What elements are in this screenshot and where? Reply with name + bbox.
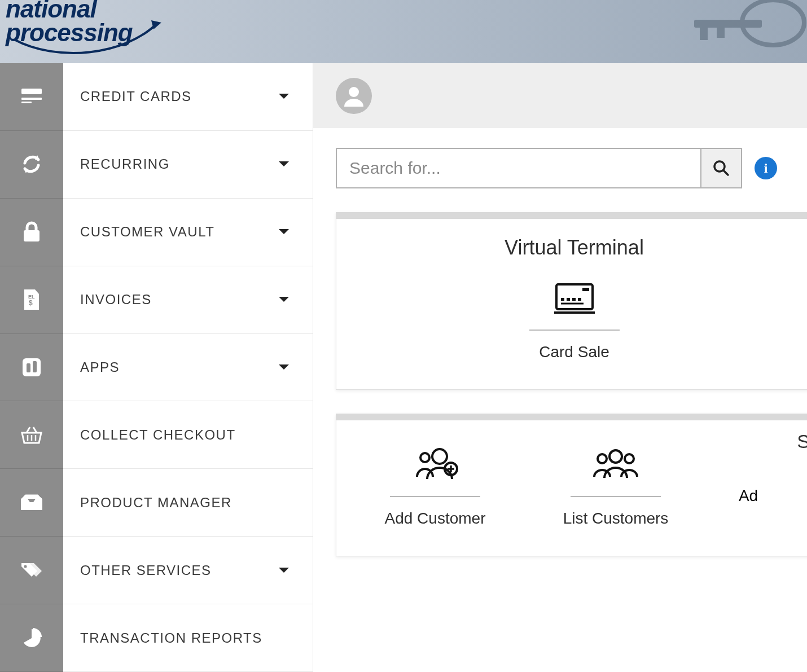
svg-rect-11 <box>27 363 30 372</box>
search-wrap <box>336 148 742 188</box>
rail-icon-customer-vault[interactable] <box>0 199 63 266</box>
rail-icon-product-manager[interactable] <box>0 469 63 537</box>
app-header: national processing <box>0 0 807 63</box>
svg-rect-7 <box>24 230 40 241</box>
profile-bar <box>313 63 807 128</box>
tile-cutoff[interactable]: Ad <box>731 443 765 528</box>
rail-icon-other-services[interactable] <box>0 537 63 604</box>
rail-icon-apps[interactable] <box>0 334 63 402</box>
nav-label: APPS <box>80 359 120 375</box>
svg-rect-24 <box>572 298 576 301</box>
panel-title: Virtual Terminal <box>336 236 807 260</box>
search-button[interactable] <box>700 149 741 187</box>
box-icon <box>20 493 43 512</box>
nav-item-recurring[interactable]: RECURRING <box>63 131 313 199</box>
nav-item-apps[interactable]: APPS <box>63 334 313 402</box>
svg-rect-23 <box>567 298 570 301</box>
nav-item-customer-vault[interactable]: CUSTOMER VAULT <box>63 199 313 266</box>
refresh-icon <box>20 153 43 175</box>
tile-add-customer[interactable]: Add Customer <box>370 443 500 528</box>
chevron-down-icon <box>278 160 290 168</box>
nav-label: CREDIT CARDS <box>80 89 192 104</box>
rail-icon-transaction-reports[interactable] <box>0 604 63 672</box>
nav-item-product-manager[interactable]: PRODUCT MANAGER <box>63 469 313 537</box>
avatar[interactable] <box>336 78 372 114</box>
svg-point-29 <box>432 449 447 464</box>
svg-rect-2 <box>700 28 708 40</box>
card-swipe-icon <box>552 276 597 320</box>
tags-icon <box>19 561 44 580</box>
svg-point-17 <box>349 87 359 97</box>
nav-column: CREDIT CARDS RECURRING CUSTOMER VAULT IN… <box>63 63 313 672</box>
panel-customers: S <box>336 414 807 556</box>
nav-item-other-services[interactable]: OTHER SERVICES <box>63 537 313 604</box>
nav-item-transaction-reports[interactable]: TRANSACTION REPORTS <box>63 604 313 672</box>
tile-label: Add Customer <box>385 510 486 528</box>
svg-rect-4 <box>21 89 42 94</box>
person-icon <box>341 83 367 109</box>
nav-item-collect-checkout[interactable]: COLLECT CHECKOUT <box>63 401 313 469</box>
chevron-down-icon <box>278 566 290 574</box>
nav-label: OTHER SERVICES <box>80 563 212 578</box>
nav-label: COLLECT CHECKOUT <box>80 427 236 443</box>
svg-point-28 <box>420 453 429 462</box>
svg-rect-6 <box>21 102 32 103</box>
search-input[interactable] <box>337 149 700 187</box>
pie-chart-icon <box>21 627 42 649</box>
chevron-down-icon <box>278 93 290 100</box>
svg-point-35 <box>625 454 634 463</box>
tile-divider <box>529 330 620 331</box>
panel-title-fragment: S <box>797 431 807 453</box>
svg-rect-10 <box>23 358 41 376</box>
nav-label: INVOICES <box>80 292 152 308</box>
svg-rect-1 <box>694 20 762 28</box>
nav-label: PRODUCT MANAGER <box>80 495 232 511</box>
nav-label: RECURRING <box>80 156 170 172</box>
panel-virtual-terminal: Virtual Terminal <box>336 212 807 390</box>
brand-line2: processing <box>6 21 133 45</box>
tile-label-fragment: Ad <box>739 487 758 505</box>
brand-line1: national <box>6 0 133 21</box>
rail-icon-collect-checkout[interactable] <box>0 401 63 469</box>
tile-label: List Customers <box>563 510 669 528</box>
rail-icon-invoices[interactable]: EL $ <box>0 266 63 334</box>
info-icon[interactable]: i <box>755 157 777 179</box>
brand-logo: national processing <box>6 0 133 45</box>
svg-rect-12 <box>33 361 37 372</box>
svg-rect-21 <box>582 288 589 291</box>
chevron-down-icon <box>278 296 290 304</box>
nav-label: CUSTOMER VAULT <box>80 224 214 240</box>
apps-icon <box>22 358 41 377</box>
content-area: i Virtual Terminal <box>313 63 807 672</box>
key-decor-icon <box>660 0 807 63</box>
basket-icon <box>20 425 43 445</box>
add-customer-icon <box>407 443 463 487</box>
tile-card-sale[interactable]: Card Sale <box>510 276 639 361</box>
chevron-down-icon <box>278 228 290 236</box>
invoice-icon: EL $ <box>23 288 41 311</box>
search-row: i <box>336 148 807 188</box>
svg-rect-3 <box>717 28 725 38</box>
svg-rect-22 <box>561 298 564 301</box>
svg-rect-25 <box>578 298 581 301</box>
rail-icon-credit-cards[interactable] <box>0 63 63 131</box>
list-customers-icon <box>586 443 645 487</box>
svg-rect-5 <box>21 98 42 100</box>
nav-label: TRANSACTION REPORTS <box>80 630 262 646</box>
svg-text:$: $ <box>29 299 33 307</box>
tile-label: Card Sale <box>539 343 609 361</box>
search-icon <box>712 159 730 177</box>
icon-rail: EL $ <box>0 63 63 672</box>
tile-list-customers[interactable]: List Customers <box>551 443 681 528</box>
lock-icon <box>22 221 41 243</box>
nav-item-invoices[interactable]: INVOICES <box>63 266 313 334</box>
rail-icon-recurring[interactable] <box>0 131 63 199</box>
nav-item-credit-cards[interactable]: CREDIT CARDS <box>63 63 313 131</box>
tile-divider <box>390 496 480 497</box>
chevron-down-icon <box>278 363 290 371</box>
svg-line-19 <box>723 170 728 175</box>
svg-point-33 <box>598 454 607 463</box>
svg-point-16 <box>24 565 27 568</box>
svg-point-34 <box>609 450 622 463</box>
credit-card-icon <box>21 88 42 105</box>
